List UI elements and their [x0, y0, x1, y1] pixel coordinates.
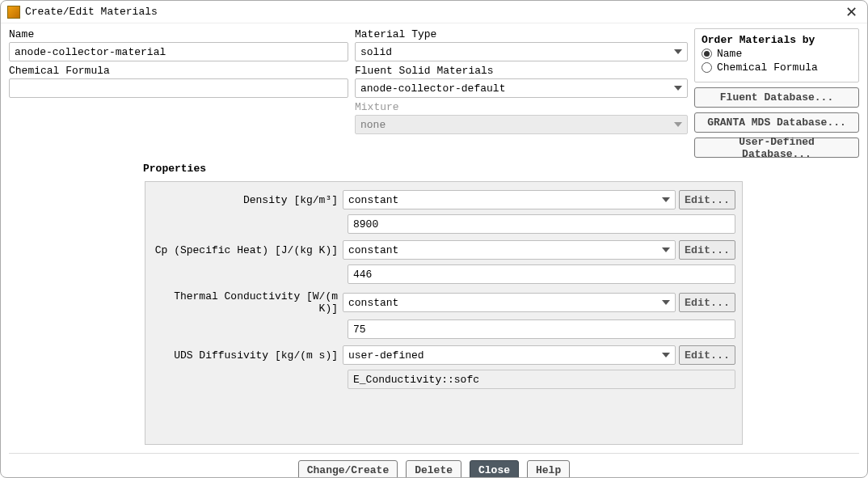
chevron-down-icon [662, 197, 670, 202]
property-value-input [348, 370, 735, 389]
order-option-label: Name [717, 48, 742, 60]
chevron-down-icon [674, 86, 682, 91]
property-method-select[interactable]: constant [343, 240, 676, 260]
formula-input[interactable] [9, 78, 348, 98]
name-label: Name [9, 28, 348, 40]
material-type-value: solid [360, 46, 392, 58]
chevron-down-icon [662, 247, 670, 252]
divider [9, 453, 859, 454]
close-icon[interactable]: ✕ [842, 3, 861, 21]
svg-marker-2 [674, 122, 682, 127]
property-edit-button[interactable]: Edit... [679, 293, 735, 312]
property-label: Density [kg/m³] [152, 194, 343, 206]
property-value-input[interactable] [348, 214, 735, 234]
fluent-solid-value: anode-collector-default [360, 82, 505, 95]
granta-database-button[interactable]: GRANTA MDS Database... [694, 112, 859, 133]
svg-marker-0 [674, 49, 682, 54]
svg-marker-5 [662, 300, 670, 305]
order-materials-title: Order Materials by [702, 34, 815, 46]
properties-legend: Properties [141, 163, 739, 175]
app-icon [7, 6, 20, 19]
order-by-formula[interactable]: Chemical Formula [702, 61, 852, 74]
help-button[interactable]: Help [527, 460, 570, 478]
svg-marker-4 [662, 247, 670, 252]
order-by-name[interactable]: Name [702, 48, 852, 60]
radio-icon [702, 62, 712, 73]
property-method-select[interactable]: constant [343, 190, 676, 209]
property-edit-button[interactable]: Edit... [679, 190, 735, 209]
mixture-label: Mixture [355, 101, 688, 113]
formula-label: Chemical Formula [9, 65, 348, 77]
delete-button[interactable]: Delete [406, 460, 461, 478]
property-method-value: constant [348, 244, 398, 256]
radio-icon [702, 49, 712, 59]
titlebar: Create/Edit Materials ✕ [1, 1, 867, 23]
user-database-button[interactable]: User-Defined Database... [694, 137, 859, 158]
chevron-down-icon [674, 49, 682, 54]
close-button[interactable]: Close [470, 460, 519, 478]
property-method-value: constant [348, 194, 398, 206]
fluent-solid-label: Fluent Solid Materials [355, 65, 688, 77]
chevron-down-icon [662, 353, 670, 357]
mixture-value: none [360, 119, 386, 131]
chevron-down-icon [674, 122, 682, 127]
property-value-input[interactable] [348, 319, 735, 339]
chevron-down-icon [662, 300, 670, 305]
property-value-input[interactable] [348, 264, 735, 284]
svg-marker-3 [662, 197, 670, 202]
svg-marker-6 [662, 353, 670, 357]
fluent-database-button[interactable]: Fluent Database... [694, 87, 859, 108]
change-create-button[interactable]: Change/Create [298, 460, 398, 478]
name-input[interactable] [9, 42, 348, 61]
property-label: Thermal Conductivity [W/(m K)] [152, 290, 343, 315]
property-edit-button[interactable]: Edit... [679, 345, 735, 365]
order-materials-group: Order Materials by Name Chemical Formula [694, 28, 859, 82]
property-method-select[interactable]: constant [343, 293, 676, 312]
property-method-select[interactable]: user-defined [343, 345, 676, 365]
properties-fieldset: Density [kg/m³]constantEdit...Cp (Specif… [145, 181, 743, 445]
window-title: Create/Edit Materials [25, 6, 158, 18]
order-option-label: Chemical Formula [717, 61, 818, 74]
property-method-value: constant [348, 297, 398, 309]
mixture-select: none [355, 115, 688, 134]
material-type-label: Material Type [355, 28, 688, 40]
property-edit-button[interactable]: Edit... [679, 240, 735, 260]
property-label: UDS Diffusivity [kg/(m s)] [152, 349, 343, 362]
window: Create/Edit Materials ✕ Name Chemical Fo… [0, 0, 868, 478]
property-label: Cp (Specific Heat) [J/(kg K)] [152, 244, 343, 256]
fluent-solid-select[interactable]: anode-collector-default [355, 78, 688, 98]
material-type-select[interactable]: solid [355, 42, 688, 61]
property-method-value: user-defined [348, 349, 424, 362]
svg-marker-1 [674, 86, 682, 91]
